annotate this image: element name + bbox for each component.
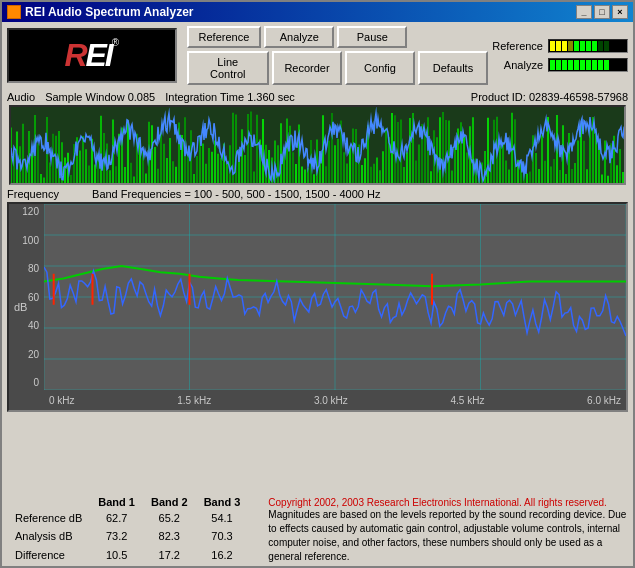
- main-window: REI Audio Spectrum Analyzer _ □ × REI ® …: [0, 0, 635, 568]
- title-bar: REI Audio Spectrum Analyzer _ □ ×: [2, 2, 633, 22]
- seg-ana-3: [562, 60, 567, 70]
- difference-band2: 17.2: [143, 546, 196, 564]
- seg-ana-5: [574, 60, 579, 70]
- seg-ana-1: [550, 60, 555, 70]
- seg-ana-2: [556, 60, 561, 70]
- defaults-button[interactable]: Defaults: [418, 51, 488, 85]
- difference-band1: 10.5: [90, 546, 143, 564]
- window-title: REI Audio Spectrum Analyzer: [25, 5, 193, 19]
- analysis-band3: 70.3: [196, 527, 249, 545]
- analyze-button[interactable]: Analyze: [264, 26, 334, 48]
- y-axis: 120 100 80 60 40 20 0: [9, 204, 44, 390]
- frequency-label: Frequency: [7, 188, 59, 200]
- y-label-60: 60: [11, 292, 42, 303]
- seg-ref-7: [586, 41, 591, 51]
- config-button[interactable]: Config: [345, 51, 415, 85]
- table-row-difference: Difference 10.5 17.2 16.2: [7, 546, 248, 564]
- seg-ana-7: [586, 60, 591, 70]
- col-header-band1: Band 1: [90, 495, 143, 509]
- seg-ref-6: [580, 41, 585, 51]
- seg-ref-1: [550, 41, 555, 51]
- spectrum-section: Frequency Band Frequencies = 100 - 500, …: [2, 185, 633, 490]
- x-label-60: 6.0 kHz: [587, 395, 621, 406]
- seg-ana-10: [604, 60, 609, 70]
- table-header-row: Band 1 Band 2 Band 3: [7, 495, 248, 509]
- seg-ref-5: [574, 41, 579, 51]
- seg-ref-3: [562, 41, 567, 51]
- indicator-area: Reference: [488, 39, 628, 72]
- analysis-band1: 73.2: [90, 527, 143, 545]
- x-axis: 0 kHz 1.5 kHz 3.0 kHz 4.5 kHz 6.0 kHz: [44, 390, 626, 410]
- copyright-body: Magnitudes are based on the levels repor…: [268, 508, 628, 564]
- copyright-section: Copyright 2002, 2003 Research Electronic…: [268, 495, 628, 564]
- audio-panel: Audio Sample Window 0.085 Integration Ti…: [2, 89, 633, 185]
- band-frequencies: Band Frequencies = 100 - 500, 500 - 1500…: [92, 188, 380, 200]
- y-label-120: 120: [11, 206, 42, 217]
- reference-button[interactable]: Reference: [187, 26, 262, 48]
- reference-band1: 62.7: [90, 509, 143, 527]
- seg-ref-8: [592, 41, 597, 51]
- analysis-band2: 82.3: [143, 527, 196, 545]
- line-control-button[interactable]: Line Control: [187, 51, 269, 85]
- integration-time: Integration Time 1.360 sec: [165, 91, 295, 103]
- toolbar: REI ® Reference Analyze Pause Line Contr…: [2, 22, 633, 89]
- product-id: Product ID: 02839-46598-57968: [471, 91, 628, 103]
- col-header-band2: Band 2: [143, 495, 196, 509]
- seg-ref-9: [598, 41, 603, 51]
- reference-segments: [549, 40, 610, 52]
- y-label-40: 40: [11, 320, 42, 331]
- maximize-button[interactable]: □: [594, 5, 610, 19]
- button-row-1: Reference Analyze Pause: [187, 26, 488, 48]
- analyze-indicator-label: Analyze: [488, 59, 543, 71]
- seg-ana-4: [568, 60, 573, 70]
- y-label-20: 20: [11, 349, 42, 360]
- analyze-segments: [549, 59, 610, 71]
- x-label-45: 4.5 kHz: [450, 395, 484, 406]
- seg-ana-9: [598, 60, 603, 70]
- label-reference-db: Reference dB: [7, 509, 90, 527]
- col-header-empty: [7, 495, 90, 509]
- data-table-section: Band 1 Band 2 Band 3 Reference dB 62.7 6…: [2, 490, 633, 566]
- sample-window: Sample Window 0.085: [45, 91, 155, 103]
- x-label-0: 0 kHz: [49, 395, 75, 406]
- reference-band2: 65.2: [143, 509, 196, 527]
- audio-label: Audio: [7, 91, 35, 103]
- seg-ana-8: [592, 60, 597, 70]
- button-row-2: Line Control Recorder Config Defaults: [187, 51, 488, 85]
- spectrum-chart: dB 120 100 80 60 40 20 0 0 kHz 1.5 kHz 3…: [7, 202, 628, 412]
- pause-button[interactable]: Pause: [337, 26, 407, 48]
- col-header-band3: Band 3: [196, 495, 249, 509]
- y-label-100: 100: [11, 235, 42, 246]
- x-label-30: 3.0 kHz: [314, 395, 348, 406]
- minimize-button[interactable]: _: [576, 5, 592, 19]
- waveform-display: [9, 105, 626, 185]
- chart-inner: [44, 204, 626, 390]
- app-icon: [7, 5, 21, 19]
- seg-ref-4: [568, 41, 573, 51]
- buttons-area: Reference Analyze Pause Line Control Rec…: [187, 26, 488, 85]
- close-button[interactable]: ×: [612, 5, 628, 19]
- data-table: Band 1 Band 2 Band 3 Reference dB 62.7 6…: [7, 495, 248, 564]
- copyright-title: Copyright 2002, 2003 Research Electronic…: [268, 497, 628, 508]
- title-controls[interactable]: _ □ ×: [576, 5, 628, 19]
- logo-trademark: ®: [112, 37, 119, 48]
- title-bar-left: REI Audio Spectrum Analyzer: [7, 5, 193, 19]
- reference-indicator-label: Reference: [488, 40, 543, 52]
- audio-info-bar: Audio Sample Window 0.085 Integration Ti…: [7, 91, 628, 103]
- y-label-0: 0: [11, 377, 42, 388]
- frequency-info: Frequency Band Frequencies = 100 - 500, …: [7, 188, 628, 200]
- label-analysis-db: Analysis dB: [7, 527, 90, 545]
- difference-band3: 16.2: [196, 546, 249, 564]
- analyze-indicator-bar: [548, 58, 628, 72]
- reference-indicator-row: Reference: [488, 39, 628, 53]
- reference-band3: 54.1: [196, 509, 249, 527]
- table-row-analysis: Analysis dB 73.2 82.3 70.3: [7, 527, 248, 545]
- y-label-80: 80: [11, 263, 42, 274]
- logo: REI ®: [7, 28, 177, 83]
- analyze-indicator-row: Analyze: [488, 58, 628, 72]
- table-row-reference: Reference dB 62.7 65.2 54.1: [7, 509, 248, 527]
- seg-ref-10: [604, 41, 609, 51]
- seg-ana-6: [580, 60, 585, 70]
- recorder-button[interactable]: Recorder: [272, 51, 342, 85]
- label-difference: Difference: [7, 546, 90, 564]
